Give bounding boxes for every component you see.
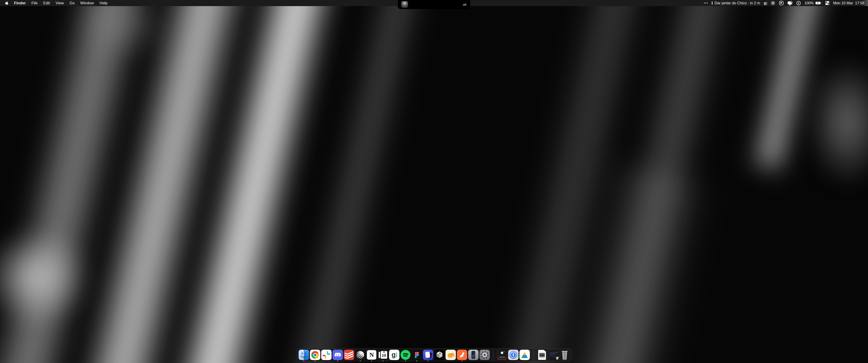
dock-item-slack[interactable] — [321, 350, 332, 361]
dock-item-cards-app[interactable] — [423, 350, 433, 361]
dock-item-1password[interactable] — [508, 350, 519, 361]
menu-finder[interactable]: Finder — [14, 0, 26, 6]
notion-icon: N — [366, 350, 377, 360]
running-indicator — [382, 361, 383, 361]
document-file-icon — [537, 350, 547, 360]
display-icon[interactable] — [787, 1, 793, 5]
running-indicator — [405, 361, 406, 361]
dock: N 10 g — [297, 348, 572, 361]
dock-item-figma[interactable] — [412, 350, 422, 361]
menu-window[interactable]: Window — [80, 0, 94, 6]
postico-elephant-icon — [445, 350, 456, 360]
date-text: Mon 10 Mar — [833, 1, 853, 5]
menu-go[interactable]: Go — [69, 0, 74, 6]
dock-item-grammarly[interactable]: g — [389, 350, 399, 361]
dock-item-todoist[interactable] — [344, 350, 354, 361]
dock-item-chrome[interactable] — [310, 350, 320, 361]
dock-item-document-file[interactable] — [537, 350, 547, 361]
one-password-app-icon — [508, 350, 519, 360]
trash-icon — [559, 350, 570, 360]
dock-item-google-drive[interactable] — [520, 350, 530, 361]
dock-item-raycast[interactable]: raycast — [497, 350, 507, 361]
screenshot-thumbnail-icon: 11 — [548, 350, 559, 360]
apple-menu-icon[interactable] — [5, 1, 8, 5]
one-password-icon[interactable] — [796, 1, 801, 5]
chrome-icon — [310, 350, 320, 360]
slack-icon — [321, 350, 332, 360]
dock-item-notion-calendar[interactable]: 10 — [378, 350, 388, 361]
todoist-icon — [344, 350, 354, 360]
cube-app-icon — [434, 350, 445, 360]
audio-level-bars-icon — [463, 3, 466, 6]
dock-item-spotify[interactable] — [400, 350, 411, 361]
running-indicator — [360, 361, 361, 361]
system-settings-icon — [479, 350, 490, 360]
dock-item-postman[interactable] — [457, 350, 467, 361]
sunburst-icon[interactable] — [771, 1, 775, 5]
cards-app-icon — [423, 350, 433, 360]
battery-icon — [815, 2, 822, 4]
dock-separator — [531, 350, 536, 361]
google-drive-icon — [520, 350, 530, 360]
dock-item-system-settings[interactable] — [479, 350, 490, 361]
dock-item-iphone-mirroring[interactable] — [468, 350, 478, 361]
raycast-icon: raycast — [497, 350, 507, 360]
menu-edit[interactable]: Edit — [43, 0, 50, 6]
running-indicator — [428, 361, 429, 361]
dock-separator — [491, 350, 496, 361]
dock-item-finder[interactable] — [299, 350, 309, 361]
running-indicator — [315, 361, 315, 361]
menu-file[interactable]: File — [31, 0, 37, 6]
dock-item-screenshot-file[interactable]: 11 — [548, 350, 559, 361]
menubar-overflow-button[interactable]: ••• — [704, 2, 708, 5]
spotify-icon — [400, 350, 411, 360]
running-indicator — [303, 361, 304, 361]
battery-status[interactable]: 100% — [804, 1, 822, 5]
finder-icon — [299, 350, 309, 360]
event-color-bar — [712, 1, 713, 5]
menu-view[interactable]: View — [56, 0, 64, 6]
running-indicator — [462, 361, 463, 361]
menubar-translucency-glow — [863, 0, 868, 6]
dock-item-cube-app[interactable] — [434, 350, 445, 361]
running-indicator — [371, 361, 372, 361]
running-indicator — [416, 361, 417, 361]
sphere-app-icon — [355, 350, 366, 360]
dock-item-sphere-app[interactable] — [355, 350, 366, 361]
screenshot-app-badge: 11 — [556, 357, 559, 360]
control-center-icon[interactable] — [825, 1, 830, 5]
dock-item-discord[interactable] — [333, 350, 343, 361]
menubar-clock[interactable]: Mon 10 Mar 17:58 — [833, 1, 864, 5]
menu-help[interactable]: Help — [99, 0, 107, 6]
postman-icon — [457, 350, 467, 360]
grammarly-app-icon: g — [389, 350, 399, 360]
running-indicator — [337, 361, 338, 361]
dock-item-trash[interactable] — [559, 350, 570, 361]
iphone-mirroring-icon — [468, 350, 478, 360]
notch-media-widget[interactable] — [398, 0, 470, 9]
calendar-event-reminder[interactable]: Dar jantar do Chico · in 2 m — [712, 1, 760, 5]
desktop: Finder File Edit View Go Window Help •••… — [0, 0, 868, 363]
notion-calendar-icon: 10 — [378, 350, 388, 360]
dock-item-notion[interactable]: N — [366, 350, 377, 361]
figma-icon — [412, 350, 422, 360]
battery-percent: 100% — [804, 1, 814, 5]
wallpaper — [0, 0, 868, 363]
grammarly-icon[interactable]: g — [764, 1, 767, 5]
dock-item-postico[interactable] — [445, 350, 456, 361]
event-reminder-text: Dar jantar do Chico · in 2 m — [715, 1, 760, 5]
discord-icon — [333, 350, 343, 360]
now-playing-album-art[interactable] — [401, 1, 408, 8]
app-pick-icon[interactable] — [779, 1, 784, 5]
